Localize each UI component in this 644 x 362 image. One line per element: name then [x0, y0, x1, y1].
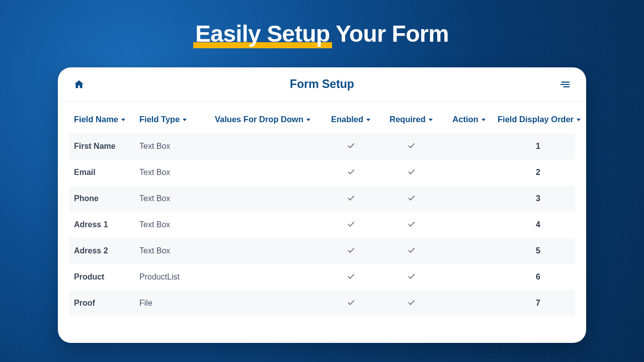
menu-icon[interactable] [558, 79, 572, 90]
col-order[interactable]: Field Display Order [497, 115, 580, 124]
caret-down-icon [121, 119, 125, 121]
card-title: Form Setup [86, 77, 558, 91]
cell-field-type: File [139, 299, 215, 308]
cell-enabled [320, 220, 381, 230]
check-icon [407, 246, 416, 256]
caret-down-icon [183, 119, 187, 121]
cell-order: 3 [497, 194, 580, 203]
table-row: Adress 1Text Box4 [69, 212, 575, 238]
table-body: First NameText Box1EmailText Box2PhoneTe… [69, 133, 575, 316]
cell-field-name: Adress 2 [74, 246, 139, 255]
table-row: ProductProductList6 [69, 264, 575, 290]
caret-down-icon [577, 119, 581, 121]
cell-field-type: Text Box [139, 142, 215, 151]
cell-order: 6 [497, 273, 580, 282]
check-icon [407, 167, 416, 178]
table-header-row: Field Name Field Type Values For Drop Do… [69, 111, 575, 133]
check-icon [347, 220, 355, 230]
cell-field-name: Email [74, 168, 139, 177]
page-headline: Easily Setup Your Form [0, 20, 644, 47]
cell-enabled [320, 272, 381, 283]
col-required[interactable]: Required [381, 115, 441, 124]
home-icon[interactable] [72, 79, 86, 90]
cell-field-type: Text Box [139, 194, 215, 203]
cell-required [381, 272, 441, 283]
col-action[interactable]: Action [441, 115, 497, 124]
col-field-name-label: Field Name [74, 115, 118, 124]
cell-required [381, 141, 441, 152]
headline-rest: Your Form [330, 21, 449, 47]
cell-order: 5 [497, 246, 580, 255]
caret-down-icon [481, 119, 486, 121]
cell-field-name: Phone [74, 194, 139, 203]
cell-required [381, 246, 441, 256]
table-row: Adress 2Text Box5 [69, 238, 575, 264]
caret-down-icon [366, 119, 370, 121]
table-row: EmailText Box2 [69, 159, 575, 186]
cell-enabled [320, 298, 381, 309]
cell-order: 7 [497, 299, 580, 308]
table-row: PhoneText Box3 [69, 186, 575, 212]
col-field-type[interactable]: Field Type [139, 115, 215, 124]
cell-order: 2 [497, 168, 580, 177]
col-required-label: Required [389, 115, 426, 124]
cell-order: 1 [497, 142, 580, 151]
check-icon [407, 141, 416, 152]
fields-table: Field Name Field Type Values For Drop Do… [58, 102, 586, 321]
cell-field-type: Text Box [139, 168, 215, 177]
cell-field-type: Text Box [139, 246, 215, 255]
cell-enabled [320, 167, 381, 178]
headline-highlight: Easily Setup [195, 20, 330, 47]
form-setup-card: Form Setup Field Name Field Type Values … [58, 67, 586, 343]
cell-required [381, 298, 441, 309]
table-row: ProofFile7 [69, 290, 575, 316]
cell-order: 4 [497, 220, 580, 229]
caret-down-icon [429, 119, 433, 121]
cell-required [381, 167, 441, 178]
cell-required [381, 220, 441, 230]
col-field-name[interactable]: Field Name [74, 115, 139, 124]
col-values-label: Values For Drop Down [215, 115, 303, 124]
col-enabled[interactable]: Enabled [320, 115, 381, 124]
check-icon [407, 220, 416, 230]
check-icon [347, 272, 355, 283]
check-icon [407, 272, 416, 283]
cell-field-name: Proof [74, 299, 139, 308]
col-order-label: Field Display Order [498, 115, 574, 124]
col-enabled-label: Enabled [331, 115, 363, 124]
cell-field-type: ProductList [139, 273, 215, 282]
card-header: Form Setup [58, 67, 586, 102]
cell-required [381, 194, 441, 204]
cell-field-name: Product [74, 273, 139, 282]
check-icon [347, 141, 355, 152]
cell-enabled [320, 194, 381, 204]
cell-field-type: Text Box [139, 220, 215, 229]
check-icon [347, 246, 355, 256]
col-action-label: Action [452, 115, 478, 124]
col-values[interactable]: Values For Drop Down [215, 115, 320, 124]
cell-field-name: First Name [74, 142, 139, 151]
cell-field-name: Adress 1 [74, 220, 139, 229]
caret-down-icon [306, 119, 310, 121]
cell-enabled [320, 141, 381, 152]
col-field-type-label: Field Type [139, 115, 180, 124]
check-icon [347, 167, 355, 178]
check-icon [407, 194, 416, 204]
cell-enabled [320, 246, 381, 256]
check-icon [347, 194, 355, 204]
check-icon [407, 298, 416, 309]
table-row: First NameText Box1 [69, 133, 575, 159]
check-icon [347, 298, 355, 309]
